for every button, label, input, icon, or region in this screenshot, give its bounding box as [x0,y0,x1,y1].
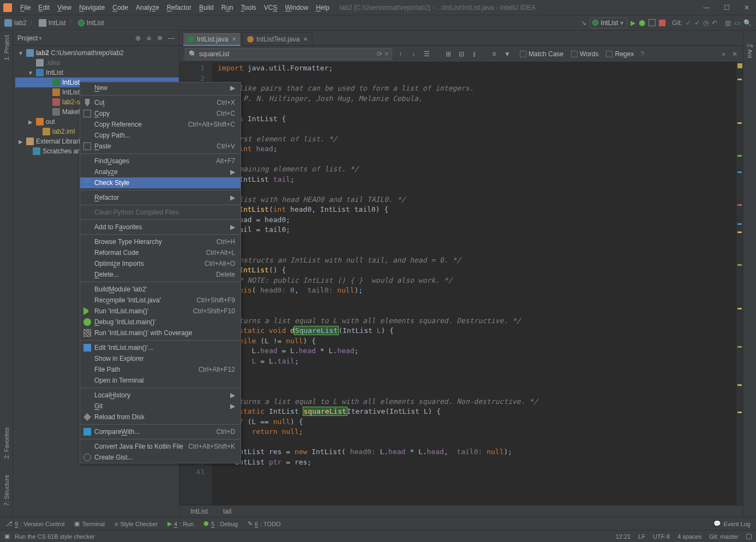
crumb-class[interactable]: IntList [186,508,212,515]
tool-version-control[interactable]: ⎇9: Version Control [5,520,64,527]
breadcrumb-root[interactable]: lab2 [4,19,27,27]
breadcrumb-class[interactable]: IntList [78,19,104,27]
tool-terminal[interactable]: ▣Terminal [74,520,105,527]
menu-file[interactable]: File [16,2,34,13]
menu-view[interactable]: View [53,2,75,13]
ctx-copy-reference[interactable]: Copy ReferenceCtrl+Alt+Shift+C [80,119,241,130]
git-commit-icon[interactable]: ✓ [694,19,700,27]
tool-run[interactable]: ▶4: Run [167,520,194,527]
build-icon[interactable]: ↘ [581,19,586,27]
ctx-cut[interactable]: CutCtrl+X [80,97,241,108]
find-input[interactable] [199,50,377,58]
menu-help[interactable]: Help [312,2,333,13]
project-panel-title[interactable]: Project [17,34,38,42]
find-more-icon[interactable]: » [722,50,725,58]
ctx-find-usages[interactable]: Find UsagesAlt+F7 [80,156,241,166]
ctx-coverage[interactable]: Run 'IntList.main()' with Coverage [80,327,241,338]
find-prev-icon[interactable]: ↑ [395,50,405,58]
regex-help-icon[interactable]: ? [640,50,644,58]
ctx-run[interactable]: Run 'IntList.main()'Ctrl+Shift+F10 [80,306,241,317]
ctx-debug[interactable]: Debug 'IntList.main()' [80,317,241,327]
ctx-git[interactable]: Git▶ [80,401,241,412]
menu-tools[interactable]: Tools [237,2,260,13]
tree-node-root[interactable]: ▼lab2 C:\Users\omatt\repo\lab2 [15,48,179,58]
filter-icon[interactable]: ▼ [502,50,512,58]
encoding[interactable]: UTF-8 [653,533,670,540]
window-close-icon[interactable]: ✕ [741,3,753,13]
ctx-optimize-imports[interactable]: Optimize ImportsCtrl+Alt+O [80,258,241,269]
stop-icon[interactable] [659,20,665,26]
settings-icon[interactable]: ✲ [157,34,163,42]
rollback-icon[interactable]: ↶ [712,19,717,27]
ctx-copy[interactable]: CopyCtrl+C [80,108,241,119]
remove-selection-icon[interactable]: ⊟ [457,50,466,58]
breadcrumb-folder[interactable]: IntList [39,19,66,27]
menu-analyze[interactable]: Analyze [132,2,163,13]
ctx-reformat[interactable]: Reformat CodeCtrl+Alt+L [80,247,241,258]
match-case-checkbox[interactable]: Match Case [520,50,563,58]
tool-ant-button[interactable]: Ant [747,49,753,58]
run-config-selector[interactable]: IntList▾ [590,17,627,28]
ctx-check-style[interactable]: Check Style [80,177,241,188]
tool-debug[interactable]: ⬢5: Debug [203,520,238,527]
ctx-edit-config[interactable]: Edit 'IntList.main()'... [80,342,241,353]
ctx-show-explorer[interactable]: Show in Explorer [80,353,241,364]
caret-position[interactable]: 12:21 [616,533,631,540]
ctx-add-favorites[interactable]: Add to Favorites▶ [80,222,241,233]
menu-window[interactable]: Window [281,2,312,13]
tool-style-checker[interactable]: ≡Style Checker [115,521,158,527]
add-selection-icon[interactable]: ⊞ [443,50,453,58]
close-tab-icon[interactable]: × [232,35,236,43]
window-maximize-icon[interactable]: ☐ [721,3,733,13]
readonly-lock-icon[interactable] [746,534,752,539]
ctx-copy-path[interactable]: Copy Path... [80,130,241,141]
ctx-file-path[interactable]: File PathCtrl+Alt+F12 [80,364,241,375]
ctx-analyze[interactable]: Analyze▶ [80,166,241,177]
ctx-build-module[interactable]: Build Module 'lab2' [80,284,241,295]
indent[interactable]: 4 spaces [677,533,701,540]
chevron-down-icon[interactable]: ▾ [39,34,42,42]
menu-run[interactable]: Run [218,2,237,13]
close-tab-icon[interactable]: × [303,35,308,43]
ctx-terminal[interactable]: Open in Terminal [80,375,241,386]
ctx-paste[interactable]: PasteCtrl+V [80,141,241,152]
ctx-reload[interactable]: Reload from Disk [80,412,241,422]
ctx-gist[interactable]: Create Gist... [80,452,241,463]
find-next-icon[interactable]: ↓ [409,50,418,58]
tool-todo[interactable]: ✎6: TODO [248,520,281,527]
ctx-recompile[interactable]: Recompile 'IntList.java'Ctrl+Shift+F9 [80,295,241,306]
ctx-kotlin[interactable]: Convert Java File to Kotlin FileCtrl+Alt… [80,441,241,452]
find-history-icon[interactable]: ⟳ [377,50,382,58]
select-all-occurrences-icon[interactable]: ⫿ [470,50,479,58]
search-everywhere-icon[interactable]: 🔍 [743,19,752,27]
find-settings-icon[interactable]: ≡ [489,50,499,58]
line-separator[interactable]: LF [638,533,645,540]
select-opened-file-icon[interactable]: ⊕ [135,34,141,42]
git-branch[interactable]: Git: master [709,533,739,540]
tool-favorites-button[interactable]: 2: Favorites [3,427,10,458]
tree-node-intlist-folder[interactable]: ▼IntList [15,68,179,78]
words-checkbox[interactable]: Words [571,50,598,58]
status-icon[interactable]: ▣ [4,533,11,540]
coverage-icon[interactable] [649,19,656,26]
tool-structure-button[interactable]: 7: Structure [3,475,10,506]
menu-vcs[interactable]: VCS [260,2,281,13]
tab-intlisttest[interactable]: IntListTest.java× [242,32,313,45]
tree-node-idea[interactable]: .idea [15,58,179,68]
tab-intlist[interactable]: IntList.java× [183,32,241,45]
ctx-new[interactable]: New▶ [80,82,241,93]
find-close-bar-icon[interactable]: ✕ [732,50,737,58]
crumb-field[interactable]: tail [219,508,236,515]
find-input-wrapper[interactable]: 🔍 ⟳ × [185,48,392,60]
presentation-icon[interactable]: ▭ [734,19,740,27]
ctx-delete[interactable]: Delete...Delete [80,269,241,280]
menu-refactor[interactable]: Refactor [163,2,195,13]
find-select-all-icon[interactable]: ☰ [422,50,431,58]
run-icon[interactable]: ▶ [631,19,635,27]
debug-icon[interactable]: ⬢ [639,19,645,27]
ctx-refactor[interactable]: Refactor▶ [80,192,241,203]
hide-icon[interactable]: — [168,34,175,42]
history-icon[interactable]: ◷ [703,19,709,27]
regex-checkbox[interactable]: Regex [606,50,634,58]
ctx-compare[interactable]: Compare With...Ctrl+D [80,426,241,437]
